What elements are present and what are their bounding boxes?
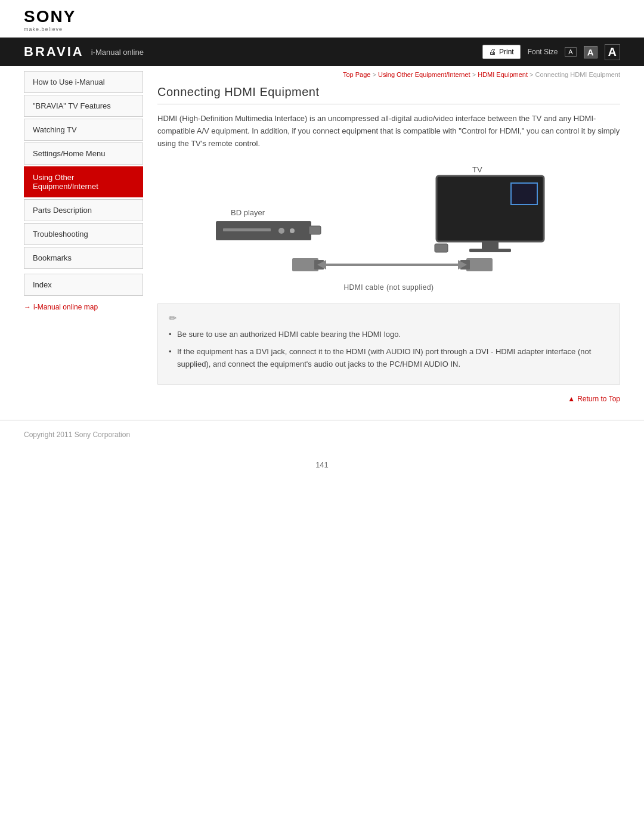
breadcrumb-sep2: > (472, 71, 476, 78)
page-title: Connecting HDMI Equipment (157, 85, 620, 104)
sidebar-item-index[interactable]: Index (24, 274, 143, 296)
hdmi-diagram: TV BD player (198, 162, 580, 281)
return-to-top: ▲ Return to Top (157, 394, 620, 403)
bravia-logo-text: BRAVIA (24, 44, 84, 60)
imanual-map-link[interactable]: → i-Manual online map (24, 301, 143, 314)
arrow-icon: → (24, 303, 31, 311)
sidebar-item-bookmarks[interactable]: Bookmarks (24, 247, 143, 269)
svg-text:TV: TV (472, 165, 482, 174)
hdmi-cable-label: HDMI cable (not supplied) (343, 283, 434, 292)
nav-right: 🖨 Print Font Size A A A (482, 44, 620, 60)
content-area: Top Page > Using Other Equipment/Interne… (157, 71, 620, 408)
breadcrumb-hdmi-equipment[interactable]: HDMI Equipment (478, 71, 528, 78)
return-to-top-label: Return to Top (577, 395, 620, 403)
svg-rect-5 (435, 244, 448, 252)
breadcrumb-top[interactable]: Top Page (343, 71, 370, 78)
intro-text: HDMI (High-Definition Multimedia Interfa… (157, 113, 620, 150)
return-to-top-link[interactable]: ▲ Return to Top (568, 395, 620, 403)
sony-logo: SONY make.believe (24, 7, 620, 32)
bravia-section: BRAVIA i-Manual online (24, 44, 144, 60)
sidebar-item-using-other[interactable]: Using Other Equipment/Internet (24, 166, 143, 197)
svg-rect-13 (466, 258, 493, 271)
svg-point-9 (278, 228, 284, 234)
imanual-map-label: i-Manual online map (33, 303, 98, 311)
font-small-button[interactable]: A (565, 47, 576, 57)
top-header: SONY make.believe (0, 0, 644, 38)
main-layout: How to Use i-Manual "BRAVIA" TV Features… (0, 71, 644, 408)
font-medium-button[interactable]: A (584, 46, 597, 58)
svg-rect-8 (223, 228, 271, 231)
sidebar-item-how-to-use[interactable]: How to Use i-Manual (24, 71, 143, 93)
printer-icon: 🖨 (489, 48, 496, 56)
copyright: Copyright 2011 Sony Corporation (24, 431, 130, 439)
svg-rect-11 (309, 226, 321, 234)
sony-logo-text: SONY (24, 7, 76, 26)
imanual-label: i-Manual online (91, 48, 144, 57)
breadcrumb-sep1: > (372, 71, 376, 78)
footer: Copyright 2011 Sony Corporation (0, 420, 644, 448)
sidebar-item-troubleshooting[interactable]: Troubleshooting (24, 223, 143, 245)
breadcrumb-sep3: > (530, 71, 533, 78)
svg-point-10 (290, 228, 295, 233)
sidebar-item-bravia-features[interactable]: "BRAVIA" TV Features (24, 95, 143, 117)
page-number: 141 (0, 460, 644, 481)
sidebar-item-watching-tv[interactable]: Watching TV (24, 119, 143, 141)
font-size-label: Font Size (528, 48, 558, 56)
svg-rect-4 (469, 249, 511, 252)
breadcrumb-current: Connecting HDMI Equipment (535, 71, 620, 78)
sony-tagline: make.believe (24, 26, 63, 32)
sidebar: How to Use i-Manual "BRAVIA" TV Features… (24, 71, 143, 408)
svg-text:BD player: BD player (231, 208, 265, 217)
nav-bar: BRAVIA i-Manual online 🖨 Print Font Size… (0, 38, 644, 66)
note-icon: ✏ (169, 312, 609, 324)
print-button[interactable]: 🖨 Print (482, 45, 521, 59)
svg-rect-3 (482, 241, 499, 249)
bravia-logo: BRAVIA i-Manual online (24, 44, 144, 60)
sidebar-item-settings-home[interactable]: Settings/Home Menu (24, 143, 143, 165)
diagram-area: TV BD player (157, 162, 620, 292)
note-item-2: If the equipment has a DVI jack, connect… (169, 346, 609, 371)
note-item-1: Be sure to use an authorized HDMI cable … (169, 329, 609, 341)
breadcrumb-using-other[interactable]: Using Other Equipment/Internet (378, 71, 470, 78)
notes-box: ✏ Be sure to use an authorized HDMI cabl… (157, 304, 620, 384)
svg-rect-2 (511, 183, 537, 205)
breadcrumb: Top Page > Using Other Equipment/Interne… (157, 71, 620, 78)
font-large-button[interactable]: A (605, 44, 620, 60)
return-to-top-arrow: ▲ (568, 395, 575, 403)
sidebar-item-parts-description[interactable]: Parts Description (24, 199, 143, 221)
print-label: Print (499, 48, 514, 56)
